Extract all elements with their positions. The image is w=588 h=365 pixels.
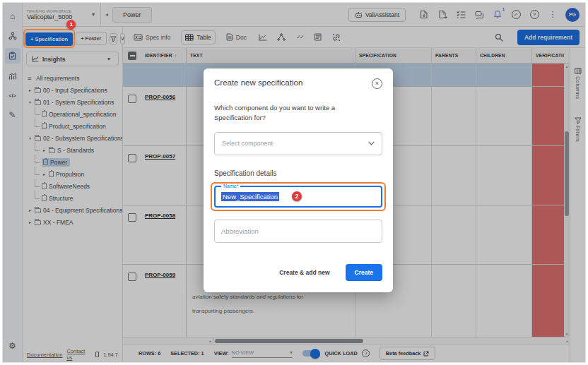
select-chevron-down-icon (368, 141, 375, 145)
create-specification-modal: Create new specification × Which compone… (204, 68, 393, 292)
abbreviation-field[interactable] (214, 220, 382, 243)
app-window: ⌂ </> ✎ ⚙ TRAINING WORKSPACE Valicopter_… (2, 2, 586, 363)
create-and-add-new-button[interactable]: Create & add new (275, 268, 334, 277)
modal-close-icon[interactable]: × (372, 78, 382, 89)
modal-title: Create new specification (214, 78, 372, 87)
component-select[interactable]: Select component (214, 132, 382, 155)
details-heading: Specification details (214, 169, 382, 177)
create-button[interactable]: Create (346, 264, 382, 281)
name-field-value-selected: New_Specification (221, 192, 279, 201)
component-question: Which component do you want to write a S… (214, 103, 355, 124)
name-field-label: Name* (221, 184, 240, 189)
annotation-badge-2: 2 (292, 191, 302, 201)
